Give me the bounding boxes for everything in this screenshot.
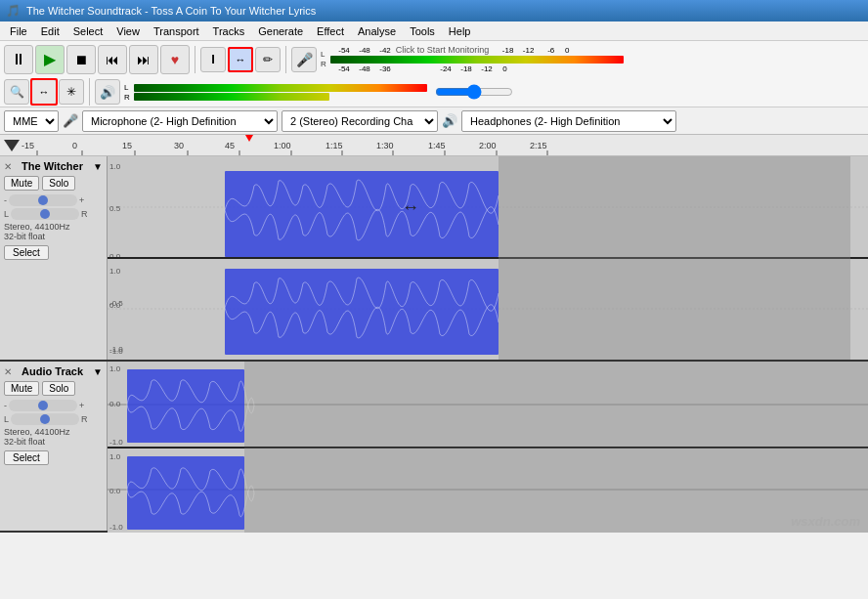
watermark: wsxdn.com <box>791 514 860 529</box>
click-to-monitor[interactable]: Click to Start Monitoring <box>396 45 490 55</box>
audio-solo-btn[interactable]: Solo <box>42 381 75 396</box>
audio-waveform[interactable]: 1.0 0.0 -1.0 1.0 0.0 -1.0 <box>108 362 868 533</box>
svg-text:-15: -15 <box>22 141 34 150</box>
audio-gain-minus: - <box>4 401 7 410</box>
svg-text:2:00: 2:00 <box>479 141 497 150</box>
svg-text:1.0: 1.0 <box>109 364 121 373</box>
svg-rect-51 <box>127 456 244 530</box>
witcher-waveform[interactable]: 1.0 0.5 0.0 -0.5 -1.0 ↔ <box>108 156 868 360</box>
witcher-gain-slider[interactable] <box>9 194 77 206</box>
stop-button[interactable]: ⏹ <box>66 45 96 74</box>
menu-select[interactable]: Select <box>67 23 109 39</box>
menu-tracks[interactable]: Tracks <box>207 23 251 39</box>
svg-rect-45 <box>244 362 868 448</box>
menu-effect[interactable]: Effect <box>311 23 350 39</box>
zoom-tool[interactable]: 🔍 <box>4 79 29 105</box>
mic-button[interactable]: 🎤 <box>291 47 317 72</box>
svg-rect-44 <box>127 369 244 443</box>
svg-text:1:00: 1:00 <box>274 141 291 150</box>
toolbar-sep3 <box>89 78 90 106</box>
svg-text:-1.0: -1.0 <box>109 523 123 532</box>
audio-track-name: Audio Track <box>22 365 83 377</box>
audio-pan-left: L <box>4 414 9 424</box>
menu-view[interactable]: View <box>110 23 146 39</box>
witcher-track-name: The Witcher <box>22 160 83 172</box>
menu-bar: File Edit Select View Transport Tracks G… <box>0 21 868 41</box>
witcher-select-btn[interactable]: Select <box>4 245 49 260</box>
svg-rect-52 <box>244 448 868 533</box>
witcher-mute-btn[interactable]: Mute <box>4 176 39 191</box>
svg-text:1.0: 1.0 <box>109 267 121 276</box>
svg-text:2:15: 2:15 <box>530 141 547 150</box>
volume-slider[interactable] <box>435 85 513 99</box>
witcher-gain-minus: - <box>4 195 7 205</box>
play-button[interactable]: ▶ <box>35 45 65 74</box>
audio-gain-plus: + <box>79 401 84 410</box>
ibeam-tool[interactable]: I <box>200 47 226 72</box>
witcher-track-close[interactable]: ✕ <box>4 161 12 172</box>
witcher-track: ✕ The Witcher ▼ Mute Solo - + L R Stereo… <box>0 156 868 362</box>
witcher-track-info: Stereo, 44100Hz32-bit float <box>4 222 103 241</box>
skip-fwd-button[interactable]: ⏭ <box>129 45 158 74</box>
svg-text:1:15: 1:15 <box>326 141 343 150</box>
witcher-track-menu[interactable]: ▼ <box>93 161 103 172</box>
main-content: ✕ The Witcher ▼ Mute Solo - + L R Stereo… <box>0 156 868 599</box>
multi-tool[interactable]: ✳ <box>59 79 84 105</box>
svg-text:1.0: 1.0 <box>109 162 121 171</box>
title-bar-text: The Witcher Soundtrack - Toss A Coin To … <box>26 5 316 17</box>
audio-select-btn[interactable]: Select <box>4 450 49 465</box>
witcher-pan-right: R <box>81 209 88 219</box>
toolbar-row1: ⏸ ▶ ⏹ ⏮ ⏭ ♥ I ↔ ✏ 🎤 L R -54 -48 -42 Clic… <box>0 41 868 77</box>
witcher-solo-btn[interactable]: Solo <box>42 176 75 191</box>
audio-mute-btn[interactable]: Mute <box>4 381 39 396</box>
witcher-pan-slider[interactable] <box>11 208 79 220</box>
menu-file[interactable]: File <box>4 23 33 39</box>
select-tool[interactable]: ↔ <box>228 47 253 72</box>
svg-text:1.0: 1.0 <box>109 452 121 461</box>
output-select[interactable]: Headphones (2- High Definition <box>461 110 676 132</box>
audio-host-select[interactable]: MME <box>4 110 59 132</box>
svg-text:1:45: 1:45 <box>428 141 446 150</box>
skip-back-button[interactable]: ⏮ <box>98 45 127 74</box>
menu-tools[interactable]: Tools <box>404 23 441 39</box>
speaker-button[interactable]: 🔊 <box>95 79 120 105</box>
pause-button[interactable]: ⏸ <box>4 45 33 74</box>
svg-text:0: 0 <box>72 141 77 150</box>
witcher-pan-left: L <box>4 209 9 219</box>
svg-text:0.5: 0.5 <box>109 204 121 213</box>
svg-text:30: 30 <box>174 141 184 150</box>
mic-icon: 🎤 <box>63 113 78 128</box>
svg-text:0.0: 0.0 <box>109 252 121 261</box>
audio-pan-slider[interactable] <box>11 413 79 425</box>
channels-select[interactable]: 2 (Stereo) Recording Cha <box>282 110 438 132</box>
menu-transport[interactable]: Transport <box>148 23 205 39</box>
svg-text:1:30: 1:30 <box>376 141 394 150</box>
pencil-tool[interactable]: ✏ <box>255 47 281 72</box>
witcher-track-controls: ✕ The Witcher ▼ Mute Solo - + L R Stereo… <box>0 156 108 360</box>
svg-text:0.0: 0.0 <box>109 400 121 408</box>
microphone-select[interactable]: Microphone (2- High Definition <box>82 110 278 132</box>
menu-analyse[interactable]: Analyse <box>352 23 402 39</box>
menu-generate[interactable]: Generate <box>252 23 309 39</box>
svg-rect-36 <box>499 156 850 360</box>
svg-text:15: 15 <box>122 141 132 150</box>
timeline-ruler[interactable]: -15 0 15 30 45 1:00 1:15 1:30 1:45 2:00 … <box>20 135 868 155</box>
menu-help[interactable]: Help <box>443 23 477 39</box>
app-icon: 🎵 <box>6 4 21 18</box>
toolbar-sep1 <box>195 46 195 73</box>
menu-edit[interactable]: Edit <box>35 23 65 39</box>
audio-track-info: Stereo, 44100Hz32-bit float <box>4 427 103 447</box>
svg-text:0.0: 0.0 <box>109 301 121 310</box>
audio-track-menu[interactable]: ▼ <box>93 366 103 377</box>
time-shift-tool[interactable]: ↔ <box>31 79 57 105</box>
toolbar-sep2 <box>285 46 286 73</box>
audio-track-close[interactable]: ✕ <box>4 366 12 377</box>
speaker-icon: 🔊 <box>442 113 457 128</box>
device-bar: MME 🎤 Microphone (2- High Definition 2 (… <box>0 107 868 135</box>
svg-text:0.0: 0.0 <box>109 487 121 495</box>
audio-pan-right: R <box>81 414 88 424</box>
toolbar-row2: 🔍 ↔ ✳ 🔊 L R <box>0 77 868 107</box>
heart-button[interactable]: ♥ <box>160 45 190 74</box>
audio-gain-slider[interactable] <box>9 400 77 411</box>
title-bar: 🎵 The Witcher Soundtrack - Toss A Coin T… <box>0 0 868 21</box>
